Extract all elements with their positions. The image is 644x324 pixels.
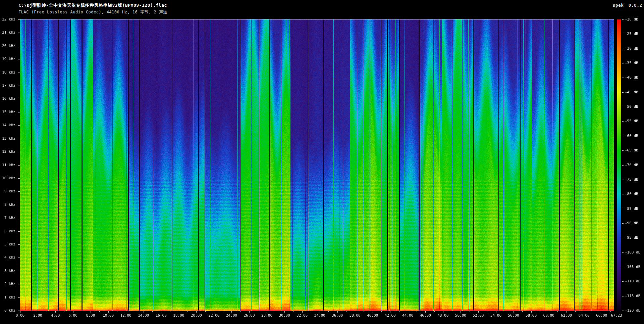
db-tick-label: -120 dB — [625, 308, 644, 313]
freq-tick-label: 8 kHz — [0, 202, 15, 207]
time-minor-tick — [593, 311, 593, 312]
time-tick-label: 14:00 — [135, 313, 152, 318]
time-tick — [567, 311, 567, 313]
time-tick-label: 20:00 — [187, 313, 205, 318]
time-tick-label: 50:00 — [452, 313, 469, 318]
time-tick — [126, 311, 126, 313]
time-tick — [373, 311, 373, 313]
time-minor-tick — [364, 311, 364, 312]
db-tick — [622, 107, 624, 107]
db-tick-label: -105 dB — [625, 265, 644, 269]
time-tick — [461, 311, 461, 313]
db-tick — [622, 136, 624, 136]
db-tick-label: -90 dB — [625, 221, 644, 226]
time-minor-tick — [610, 311, 611, 312]
db-tick — [622, 311, 624, 311]
time-minor-tick — [223, 311, 223, 312]
time-tick-label: 8:00 — [82, 313, 99, 318]
spek-window: C:\Dj型酷帅-全中文洛天依专辑多种风格串烧V2版(BPM89-128).fl… — [0, 0, 644, 324]
db-tick — [622, 19, 624, 20]
freq-tick-label: 11 kHz — [0, 163, 15, 168]
freq-tick-label: 5 kHz — [0, 242, 15, 247]
db-tick-label: -65 dB — [625, 148, 644, 153]
time-tick — [496, 311, 496, 313]
time-tick — [231, 311, 232, 313]
db-tick — [622, 34, 624, 34]
freq-tick-label: 15 kHz — [0, 110, 15, 114]
db-tick-label: -35 dB — [625, 61, 644, 65]
db-tick — [622, 150, 624, 151]
freq-tick-label: 16 kHz — [0, 96, 15, 101]
time-minor-tick — [417, 311, 417, 312]
time-tick-label: 0:00 — [11, 313, 29, 318]
time-tick — [73, 311, 73, 313]
db-tick — [622, 296, 624, 296]
db-tick-label: -100 dB — [625, 250, 644, 255]
time-tick — [144, 311, 144, 313]
time-tick — [249, 311, 250, 313]
db-tick — [622, 267, 624, 267]
app-version: spek 0.8.2 — [613, 3, 642, 8]
db-tick-label: -80 dB — [625, 192, 644, 196]
db-tick-label: -75 dB — [625, 177, 644, 182]
time-tick-label: 58:00 — [523, 313, 540, 318]
time-tick-label: 12:00 — [117, 313, 135, 318]
time-minor-tick — [575, 311, 576, 312]
time-minor-tick — [170, 311, 170, 312]
time-tick — [549, 311, 549, 313]
freq-tick-label: 6 kHz — [0, 229, 15, 234]
db-tick-label: -60 dB — [625, 134, 644, 138]
db-tick — [622, 180, 624, 180]
time-tick-label: 64:00 — [575, 313, 593, 318]
time-tick-label: 56:00 — [505, 313, 522, 318]
time-tick-label: 32:00 — [293, 313, 311, 318]
time-tick — [390, 311, 390, 313]
time-minor-tick — [47, 311, 47, 312]
time-tick-label: 18:00 — [170, 313, 187, 318]
freq-tick-label: 0 kHz — [0, 308, 15, 313]
plot-frame-left — [20, 19, 20, 311]
time-tick-label: 24:00 — [223, 313, 240, 318]
time-minor-tick — [135, 311, 135, 312]
time-tick-label: 10:00 — [100, 313, 117, 318]
time-minor-tick — [82, 311, 82, 312]
db-tick — [622, 238, 624, 238]
freq-tick-label: 18 kHz — [0, 70, 15, 75]
time-minor-tick — [205, 311, 206, 312]
time-tick — [425, 311, 426, 313]
db-tick-label: -55 dB — [625, 119, 644, 124]
time-tick-label: 30:00 — [276, 313, 293, 318]
db-tick — [622, 223, 624, 224]
time-minor-tick — [346, 311, 346, 312]
freq-tick-label: 2 kHz — [0, 282, 15, 286]
time-minor-tick — [557, 311, 558, 312]
time-minor-tick — [258, 311, 258, 312]
time-minor-tick — [240, 311, 241, 312]
time-tick-label: 26:00 — [240, 313, 258, 318]
time-tick-label: 60:00 — [540, 313, 557, 318]
time-tick — [267, 311, 267, 313]
time-tick-label: 28:00 — [258, 313, 276, 318]
db-tick-label: -20 dB — [625, 17, 644, 22]
time-tick-label: 44:00 — [399, 313, 417, 318]
time-tick-label: 54:00 — [487, 313, 505, 318]
freq-tick-label: 22 kHz — [0, 17, 15, 22]
time-tick-label: 42:00 — [381, 313, 399, 318]
time-tick — [602, 311, 602, 313]
time-minor-tick — [328, 311, 329, 312]
time-tick — [91, 311, 91, 313]
db-tick — [622, 194, 624, 194]
freq-tick-label: 13 kHz — [0, 136, 15, 141]
db-tick — [622, 121, 624, 122]
time-tick-label: 34:00 — [311, 313, 328, 318]
time-tick — [584, 311, 584, 313]
time-tick — [284, 311, 285, 313]
time-tick — [531, 311, 532, 313]
freq-tick-label: 1 kHz — [0, 295, 15, 300]
time-minor-tick — [187, 311, 188, 312]
db-tick-label: -25 dB — [625, 32, 644, 36]
time-minor-tick — [311, 311, 311, 312]
time-minor-tick — [293, 311, 293, 312]
time-tick-label: 16:00 — [152, 313, 170, 318]
time-minor-tick — [434, 311, 435, 312]
